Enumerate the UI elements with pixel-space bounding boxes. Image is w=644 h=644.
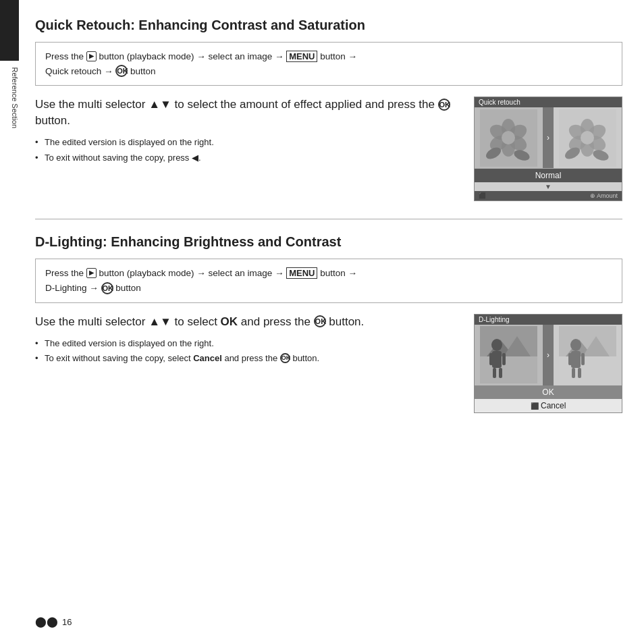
svg-rect-27 xyxy=(489,353,493,365)
section2-instruction-line1: Press the ▶ button (playback mode) → sel… xyxy=(45,266,612,281)
section2-text: Use the multi selector ▲▼ to select OK a… xyxy=(35,314,460,413)
menu-btn-1: MENU xyxy=(286,51,317,62)
section-divider xyxy=(35,219,622,219)
page: Reference Section Quick Retouch: Enhanci… xyxy=(0,0,644,644)
section1: Quick Retouch: Enhancing Contrast and Sa… xyxy=(35,16,622,207)
svg-rect-29 xyxy=(493,368,496,378)
svg-rect-30 xyxy=(499,368,502,378)
section2-body: Use the multi selector ▲▼ to select OK a… xyxy=(35,314,622,413)
svg-rect-26 xyxy=(492,351,502,368)
sidebar: Reference Section xyxy=(0,0,19,644)
section1-title: Quick Retouch: Enhancing Contrast and Sa… xyxy=(35,16,622,34)
section1-bullets: The edited version is displayed on the r… xyxy=(35,136,460,165)
section2-instruction-line2: D-Lighting → OK button xyxy=(45,281,612,296)
section1-body: Use the multi selector ▲▼ to select the … xyxy=(35,97,622,201)
screen2-header: D-Lighting xyxy=(475,315,622,325)
ok-circle-1: OK xyxy=(115,65,128,77)
screen2-cancel-text: Cancel xyxy=(541,401,566,410)
svg-rect-28 xyxy=(502,353,506,365)
dlighting-screen: D-Lighting xyxy=(474,314,622,413)
screen1-left-image xyxy=(475,107,543,168)
svg-point-36 xyxy=(570,339,581,351)
screen1-arrow: › xyxy=(543,107,554,168)
screen1-header: Quick retouch xyxy=(475,97,622,107)
svg-point-25 xyxy=(491,339,502,351)
screen1-images: › xyxy=(475,107,622,168)
screen1-bottom-left-icon: ⬛ xyxy=(479,192,486,199)
screen1-down-arrow: ▼ xyxy=(475,182,622,191)
ok-circle-4: OK xyxy=(314,315,326,327)
screen1-bottom-right: ⊕ Amount xyxy=(590,192,618,199)
person-svg-right xyxy=(559,326,616,383)
ok-circle-3: OK xyxy=(101,282,113,294)
main-content: Quick Retouch: Enhancing Contrast and Sa… xyxy=(19,0,644,644)
screen2-right-image xyxy=(554,325,622,385)
section2-bullets: The edited version is displayed on the r… xyxy=(35,337,460,367)
person-svg-left xyxy=(480,326,537,383)
svg-point-17 xyxy=(581,131,594,144)
section1-instruction-line1: Press the ▶ button (playback mode) → sel… xyxy=(45,49,612,64)
flower-svg-left xyxy=(480,109,537,167)
section1-bullet-1: The edited version is displayed on the r… xyxy=(35,136,460,150)
svg-rect-35 xyxy=(559,356,616,383)
svg-rect-37 xyxy=(571,351,581,368)
section2-use-heading: Use the multi selector ▲▼ to select OK a… xyxy=(35,314,460,330)
page-footer: ⬤⬤ 16 xyxy=(35,602,622,628)
screen2-left-image xyxy=(475,325,543,385)
section2-bullet-1: The edited version is displayed on the r… xyxy=(35,337,460,351)
footer-page: 16 xyxy=(62,617,72,627)
section2-instruction-box: Press the ▶ button (playback mode) → sel… xyxy=(35,259,622,302)
screen2-images: › xyxy=(475,325,622,385)
section2-title: D-Lighting: Enhancing Brightness and Con… xyxy=(35,233,622,250)
section1-instruction-line2: Quick retouch → OK button xyxy=(45,64,612,79)
svg-point-7 xyxy=(502,131,515,144)
menu-btn-2: MENU xyxy=(286,267,317,279)
playback-icon-1: ▶ xyxy=(86,51,97,61)
svg-rect-40 xyxy=(572,368,575,378)
section2: D-Lighting: Enhancing Brightness and Con… xyxy=(35,233,622,418)
flower-svg-right xyxy=(559,109,616,167)
svg-rect-41 xyxy=(578,368,581,378)
sidebar-black-block xyxy=(0,0,19,61)
svg-rect-38 xyxy=(568,353,572,365)
screen2-ok-label: OK xyxy=(475,385,622,399)
playback-icon-2: ▶ xyxy=(86,268,97,278)
screen1-label: Normal xyxy=(475,168,622,182)
screen1-bottom-bar: ⬛ ⊕ Amount xyxy=(475,191,622,200)
sidebar-label: Reference Section xyxy=(0,68,19,129)
footer-icon: ⬤⬤ xyxy=(35,616,58,628)
ok-circle-5: OK xyxy=(280,353,290,363)
screen1-right-image xyxy=(554,107,622,168)
svg-rect-39 xyxy=(581,353,585,365)
section1-text: Use the multi selector ▲▼ to select the … xyxy=(35,97,460,201)
section1-use-heading: Use the multi selector ▲▼ to select the … xyxy=(35,97,460,129)
screen2-arrow: › xyxy=(543,325,554,385)
ok-circle-2: OK xyxy=(438,99,450,111)
section2-bullet-2: To exit without saving the copy, select … xyxy=(35,352,460,366)
quick-retouch-screen: Quick retouch xyxy=(474,97,622,201)
section1-bullet-2: To exit without saving the copy, press ◀… xyxy=(35,151,460,165)
screen2-cancel-label: ⬛ Cancel xyxy=(475,399,622,412)
svg-rect-24 xyxy=(480,356,537,383)
section1-instruction-box: Press the ▶ button (playback mode) → sel… xyxy=(35,42,622,86)
